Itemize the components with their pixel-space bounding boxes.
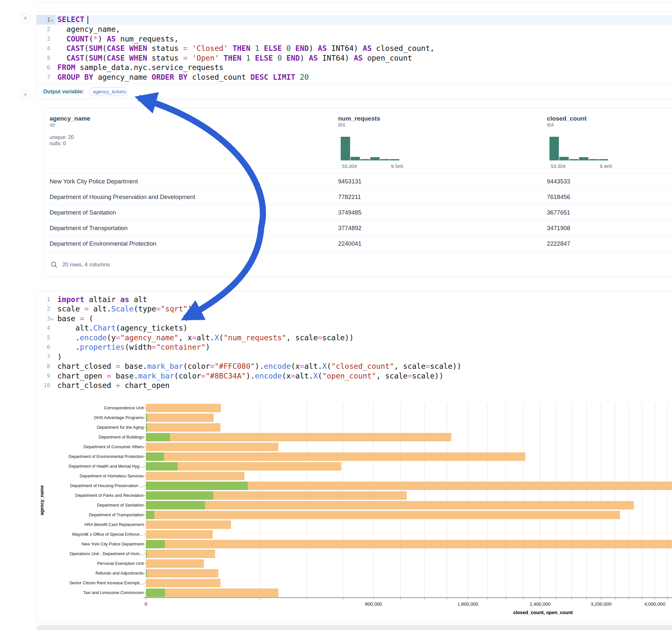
column-col-type: i64 [547,122,554,128]
table-cell: Department of Sanitation [50,205,116,220]
table-row[interactable]: Department of Transportation377489234719… [45,220,672,236]
open-count-bar [146,501,205,509]
code-text: CAST(SUM(CASE WHEN status = 'Open' THEN … [57,54,412,62]
code-text: alt.Chart(agency_tickets) [57,324,188,332]
sql-code-editor[interactable]: 1SELECT2 agency_name,3 COUNT(*) AS num_r… [37,12,672,82]
table-row[interactable]: New York City Police Department945313194… [45,173,672,189]
code-text: .encode(y="agency_name", x=alt.X("num_re… [57,334,354,342]
add-cell-button-top[interactable]: + [20,13,30,23]
open-count-bar [146,423,147,432]
table-row[interactable]: Department of Sanitation37494853677651 [45,204,672,220]
closed-count-bar [146,404,221,412]
code-line[interactable]: 10chart_closed + chart_open [37,381,672,390]
line-number: 3 [37,34,55,44]
code-line[interactable]: 6FROM sample_data.nyc.service_requests [37,63,672,73]
code-line[interactable]: 2scale = alt.Scale(type="sqrt") [37,304,672,314]
table-cell: 3677651 [547,205,570,220]
table-cell: 3749485 [338,205,361,220]
previous-cell-edge [36,0,672,3]
column-histogram [341,136,400,161]
table-cell: 3471908 [547,220,570,236]
open-count-bar [146,550,147,558]
code-line[interactable]: 7GROUP BY agency_name ORDER BY closed_co… [37,72,672,82]
line-number: 4 [37,44,55,53]
open-count-bar [146,569,147,578]
open-count-bar [146,453,164,461]
add-cell-button-middle[interactable]: + [20,90,30,100]
output-variable-label: Output variable: [43,89,84,95]
closed-count-bar [146,530,213,539]
table-row[interactable]: Department of Environmental Protection22… [45,236,672,251]
closed-count-bar [146,588,279,597]
code-line[interactable]: 3 COUNT(*) AS num_requests, [37,34,672,44]
code-line[interactable]: 1import altair as alt [37,295,672,304]
code-text: agency_name, [57,25,120,33]
table-footer: 20 rows, 4 columns [45,251,672,277]
column-col-name: closed_count [547,115,586,122]
output-variable-pill[interactable]: agency_tickets [89,87,128,96]
next-cell-placeholder[interactable] [36,625,672,630]
code-line[interactable]: 2 agency_name, [37,25,672,34]
table-cell: 2240041 [338,236,361,251]
search-icon[interactable] [51,261,58,268]
hist-max: 9.4e6 [600,163,612,169]
column-col-type: str [50,122,55,128]
code-line[interactable]: 1SELECT [37,15,672,25]
code-line[interactable]: 3base = ( [37,314,672,323]
line-number: 10 [37,381,55,390]
bar-chart: 0800,0001,600,0002,400,0003,200,0004,000… [37,398,672,619]
fold-chevron-icon[interactable] [51,19,54,22]
line-number: 9 [37,371,55,381]
closed-count-bar [146,550,215,558]
x-axis-tick-label: 2,400,000 [530,602,551,607]
open-count-bar [146,482,248,490]
fold-chevron-icon[interactable] [51,317,54,320]
x-axis-title: closed_count, open_count [513,610,573,615]
x-axis-tick-label: 4,000,000 [644,602,666,607]
code-text: scale = alt.Scale(type="sqrt") [57,305,192,313]
line-number: 1 [37,295,55,304]
code-line[interactable]: 4 CAST(SUM(CASE WHEN status = 'Closed' T… [37,44,672,53]
open-count-bar [146,413,147,422]
closed-count-bar [146,472,244,480]
code-line[interactable]: 5 CAST(SUM(CASE WHEN status = 'Open' THE… [37,53,672,63]
table-cell: 3774892 [338,220,361,236]
code-line[interactable]: 6 .properties(width="container") [37,343,672,352]
code-text: CAST(SUM(CASE WHEN status = 'Closed' THE… [57,44,434,52]
code-text: ) [57,353,62,361]
code-text: base = ( [57,314,93,323]
open-count-bar [146,540,165,548]
open-count-bar [146,491,213,500]
code-line[interactable]: 9chart_open = base.mark_bar(color="#8BC3… [37,371,672,381]
row-count-label: 20 rows, 4 columns [62,262,110,268]
closed-count-bar [146,569,218,578]
table-row[interactable]: Department of Housing Preservation and D… [45,189,672,204]
line-number: 5 [37,333,55,343]
code-text: chart_closed + chart_open [57,381,170,390]
code-line[interactable]: 5 .encode(y="agency_name", x=alt.X("num_… [37,333,672,343]
closed-count-bar [146,413,214,422]
column-col-stat: unique: 20 [50,135,74,140]
hist-max: 9.5e6 [391,163,403,169]
line-number: 2 [37,25,55,34]
closed-count-bar [146,423,220,432]
column-col-stat: nulls: 0 [50,141,66,146]
code-line[interactable]: 7) [37,352,672,362]
open-count-bar [146,462,178,470]
column-col-name: num_requests [338,115,380,122]
table-body: New York City Police Department945313194… [45,173,672,251]
text-cursor [88,16,88,24]
python-code-editor[interactable]: 1import altair as alt2scale = alt.Scale(… [37,291,672,390]
code-line[interactable]: 4 alt.Chart(agency_tickets) [37,323,672,333]
line-number: 2 [37,304,55,314]
column-histogram [549,136,608,161]
closed-count-bar [146,443,279,451]
python-cell: 1import altair as alt2scale = alt.Scale(… [36,291,672,623]
line-number: 6 [37,343,55,352]
table-cell: Department of Environmental Protection [50,236,156,251]
code-text: GROUP BY agency_name ORDER BY closed_cou… [57,73,309,81]
table-cell: 7618456 [547,189,570,205]
code-line[interactable]: 8chart_closed = base.mark_bar(color="#FF… [37,362,672,371]
closed-count-bar [146,511,620,519]
line-number: 5 [37,53,55,63]
